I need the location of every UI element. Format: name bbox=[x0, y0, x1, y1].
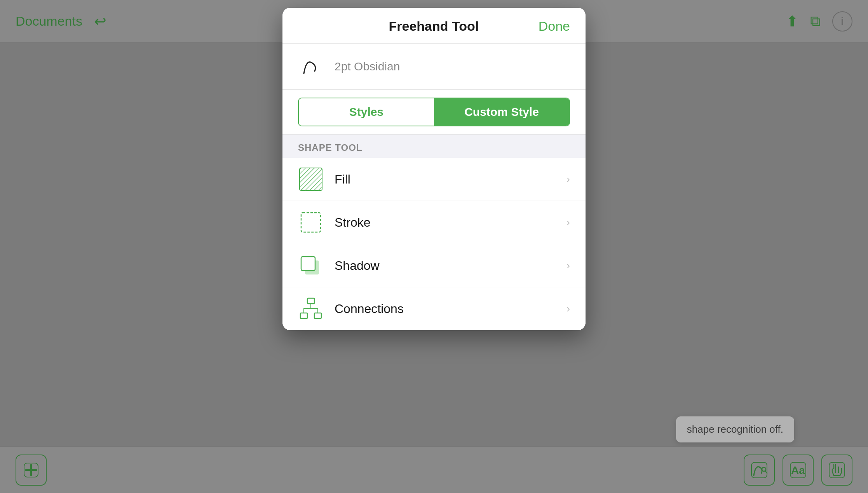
shadow-icon bbox=[298, 253, 324, 278]
svg-rect-14 bbox=[307, 298, 314, 304]
modal-title: Freehand Tool bbox=[329, 19, 539, 34]
stroke-icon bbox=[298, 210, 324, 235]
preset-name: 2pt Obsidian bbox=[335, 60, 400, 73]
done-button[interactable]: Done bbox=[539, 19, 570, 34]
section-header: SHAPE TOOL bbox=[282, 135, 586, 158]
fill-icon bbox=[298, 166, 324, 192]
svg-rect-16 bbox=[314, 313, 321, 318]
connections-icon bbox=[298, 296, 324, 322]
stroke-row[interactable]: Stroke › bbox=[282, 201, 586, 244]
freehand-tool-modal: Freehand Tool Done 2pt Obsidian Styles C… bbox=[282, 8, 586, 330]
styles-tab[interactable]: Styles bbox=[299, 98, 434, 126]
svg-rect-13 bbox=[301, 257, 315, 271]
svg-rect-11 bbox=[301, 213, 321, 232]
stroke-label: Stroke bbox=[335, 215, 556, 230]
fill-row[interactable]: Fill › bbox=[282, 158, 586, 201]
connections-label: Connections bbox=[335, 302, 556, 316]
list-section: Fill › Stroke › bbox=[282, 158, 586, 330]
custom-style-tab[interactable]: Custom Style bbox=[434, 98, 569, 126]
modal-overlay: Freehand Tool Done 2pt Obsidian Styles C… bbox=[0, 0, 868, 493]
fill-chevron: › bbox=[566, 173, 570, 185]
fill-label: Fill bbox=[335, 172, 556, 187]
preset-row: 2pt Obsidian bbox=[282, 44, 586, 90]
freehand-preview-icon bbox=[298, 53, 325, 80]
segmented-inner: Styles Custom Style bbox=[298, 98, 570, 126]
segmented-control: Styles Custom Style bbox=[282, 90, 586, 135]
modal-header: Freehand Tool Done bbox=[282, 8, 586, 44]
shadow-chevron: › bbox=[566, 259, 570, 272]
shadow-label: Shadow bbox=[335, 259, 556, 273]
shadow-row[interactable]: Shadow › bbox=[282, 244, 586, 287]
connections-row[interactable]: Connections › bbox=[282, 287, 586, 330]
stroke-chevron: › bbox=[566, 216, 570, 229]
svg-rect-15 bbox=[300, 313, 307, 318]
connections-chevron: › bbox=[566, 302, 570, 315]
svg-rect-10 bbox=[300, 168, 322, 191]
